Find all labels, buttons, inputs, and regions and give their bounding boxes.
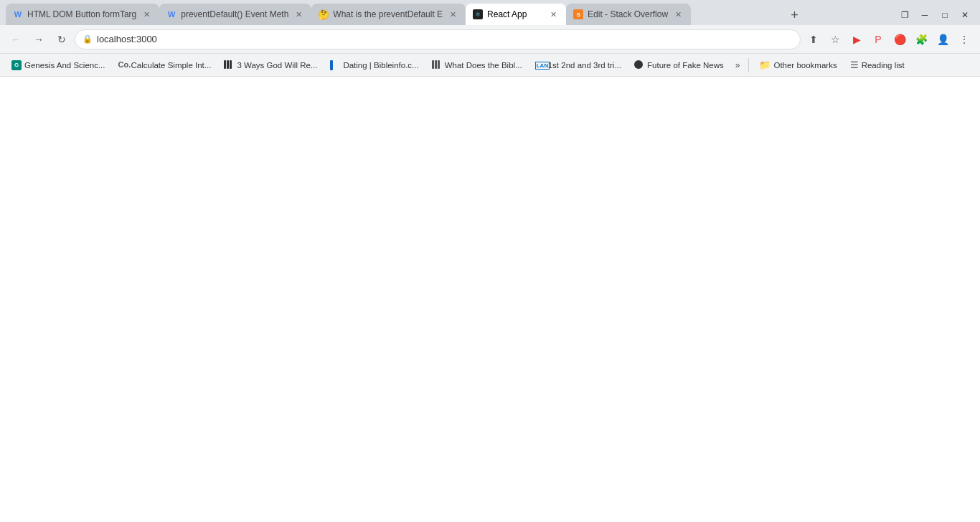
bookmark-star-button[interactable]: ☆ <box>825 29 845 49</box>
reading-list-icon: ☰ <box>850 60 859 70</box>
w-icon: W <box>14 10 22 19</box>
bookmark-calculate[interactable]: Co. Calculate Simple Int... <box>113 57 217 74</box>
tab2-close[interactable]: ✕ <box>293 9 304 20</box>
profile-button[interactable]: 👤 <box>933 29 953 49</box>
lan-favicon: LAN <box>535 60 545 70</box>
tab2-title: preventDefault() Event Meth <box>181 9 288 19</box>
bookmark-whatdoes[interactable]: What Does the Bibl... <box>426 57 528 74</box>
tab1-title: HTML DOM Button formTarg <box>27 9 136 19</box>
bookmark5-title: What Does the Bibl... <box>445 61 522 70</box>
blue-bar-icon <box>330 60 333 70</box>
bookmarks-bar: G Genesis And Scienc... Co. Calculate Si… <box>0 54 980 77</box>
tab-preventdefault[interactable]: W preventDefault() Event Meth ✕ <box>159 4 311 25</box>
omnibox-url: localhost:3000 <box>97 34 793 44</box>
maximize-button[interactable]: □ <box>936 8 954 22</box>
tab2-favicon: W <box>166 9 176 19</box>
bookmark7-title: Future of Fake News <box>647 61 724 70</box>
minimize-button[interactable]: ─ <box>915 8 934 22</box>
bookmark-genesis[interactable]: G Genesis And Scienc... <box>6 57 111 74</box>
whatdoes-favicon <box>432 60 442 70</box>
reading-list-button[interactable]: ☰ Reading list <box>844 57 910 74</box>
tab1-favicon: W <box>13 9 23 19</box>
so-icon: S <box>573 9 583 19</box>
menu-button[interactable]: ⋮ <box>954 29 974 49</box>
tab1-close[interactable]: ✕ <box>141 9 152 20</box>
reading-list-label: Reading list <box>862 61 905 70</box>
circle-icon <box>634 60 643 69</box>
bookmark6-title: 1st 2nd and 3rd tri... <box>548 61 621 70</box>
extensions-button[interactable]: 🧩 <box>911 29 931 49</box>
tab4-favicon: ⚛ <box>473 9 483 19</box>
react-icon: ⚛ <box>473 9 483 19</box>
close-button[interactable]: ✕ <box>956 8 974 22</box>
lock-icon: 🔒 <box>83 34 93 44</box>
bookmarks-overflow-button[interactable]: » <box>731 59 745 72</box>
window-controls: ❐ ─ □ ✕ <box>895 8 974 25</box>
toolbar-actions: ⬆ ☆ ▶ P 🔴 🧩 👤 ⋮ <box>804 29 974 49</box>
3ways-favicon <box>224 60 234 70</box>
tab4-title: React App <box>487 9 543 19</box>
page-content <box>0 77 980 522</box>
bookmark-dating[interactable]: Dating | Bibleinfo.c... <box>324 57 424 74</box>
tab5-title: Edit - Stack Overflow <box>588 9 668 19</box>
bookmark-fakenews[interactable]: Future of Fake News <box>628 57 730 74</box>
extension1-button[interactable]: 🔴 <box>890 29 910 49</box>
bookmark-1st2nd3rd[interactable]: LAN 1st 2nd and 3rd tri... <box>529 57 627 74</box>
bookmarks-separator <box>748 58 749 72</box>
tab-react-app[interactable]: ⚛ React App ✕ <box>466 4 566 25</box>
reload-button[interactable]: ↻ <box>52 29 72 49</box>
tab-what-is-prevent[interactable]: 🤔 What is the preventDefault E ✕ <box>311 4 466 25</box>
genesis-favicon: G <box>11 60 22 70</box>
aaw-icon <box>224 60 234 69</box>
bookmark-3ways[interactable]: 3 Ways God Will Re... <box>218 57 323 74</box>
tab-list-button[interactable]: ❐ <box>895 8 914 22</box>
youtube-button[interactable]: ▶ <box>847 29 867 49</box>
back-button[interactable]: ← <box>6 29 26 49</box>
tab3-close[interactable]: ✕ <box>447 9 458 20</box>
tab-html-dom[interactable]: W HTML DOM Button formTarg ✕ <box>6 4 159 25</box>
tab3-title: What is the preventDefault E <box>333 9 443 19</box>
other-bookmarks-button[interactable]: 📁 Other bookmarks <box>753 57 842 74</box>
w-icon2: W <box>168 10 175 19</box>
tab-stack-overflow[interactable]: S Edit - Stack Overflow ✕ <box>566 4 691 25</box>
bookmark3-title: 3 Ways God Will Re... <box>237 61 317 70</box>
tab5-favicon: S <box>573 9 583 19</box>
bookmark1-title: Genesis And Scienc... <box>24 61 105 70</box>
forward-button[interactable]: → <box>29 29 49 49</box>
omnibox[interactable]: 🔒 localhost:3000 <box>75 29 801 49</box>
tab-bar: W HTML DOM Button formTarg ✕ W preventDe… <box>0 0 980 25</box>
co-icon: Co. <box>118 60 131 69</box>
calculate-favicon: Co. <box>118 60 128 70</box>
tab4-close[interactable]: ✕ <box>547 9 559 20</box>
aaw-icon2 <box>432 60 442 69</box>
other-bookmarks-label: Other bookmarks <box>773 61 837 70</box>
toolbar: ← → ↻ 🔒 localhost:3000 ⬆ ☆ ▶ P 🔴 🧩 👤 ⋮ <box>0 25 980 54</box>
browser-frame: W HTML DOM Button formTarg ✕ W preventDe… <box>0 0 980 522</box>
emoji-icon: 🤔 <box>318 9 329 20</box>
folder-star-icon: 📁 <box>759 60 771 70</box>
genesis-icon: G <box>14 62 19 68</box>
new-tab-button[interactable]: + <box>785 5 805 25</box>
bookmark2-title: Calculate Simple Int... <box>131 61 212 70</box>
dating-favicon <box>330 60 340 70</box>
tab5-close[interactable]: ✕ <box>672 9 684 20</box>
bookmark4-title: Dating | Bibleinfo.c... <box>343 61 418 70</box>
tab3-favicon: 🤔 <box>319 9 329 19</box>
pocket-button[interactable]: P <box>868 29 888 49</box>
share-button[interactable]: ⬆ <box>804 29 824 49</box>
fakenews-favicon <box>634 60 644 70</box>
